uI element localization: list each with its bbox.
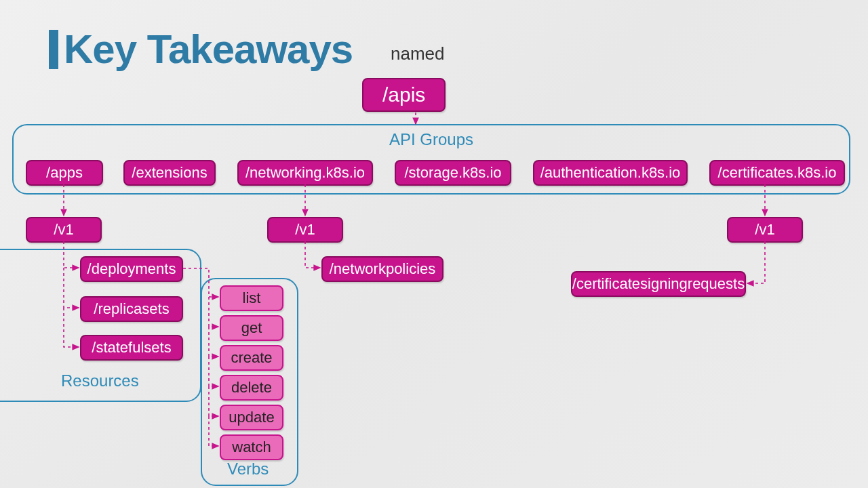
connector-lines [0, 0, 868, 488]
verb-get: get [220, 315, 283, 341]
resource-replicasets: /replicasets [80, 296, 183, 322]
group-networking: /networking.k8s.io [237, 160, 373, 186]
verb-update: update [220, 405, 283, 430]
group-apps: /apps [26, 160, 103, 186]
verb-delete: delete [220, 375, 283, 401]
verbs-label: Verbs [227, 460, 269, 479]
version-certificates: /v1 [727, 217, 803, 243]
group-storage: /storage.k8s.io [395, 160, 511, 186]
title-accent-bar [49, 30, 58, 69]
resources-label: Resources [61, 371, 139, 390]
group-extensions: /extensions [123, 160, 216, 186]
root-apis: /apis [362, 78, 446, 112]
resource-deployments: /deployments [80, 256, 183, 282]
resource-csr: /certificatesigningrequests [571, 271, 746, 297]
title-block: Key Takeaways [49, 26, 353, 73]
subtitle: named [391, 43, 445, 64]
group-certificates: /certificates.k8s.io [709, 160, 845, 186]
resource-statefulsets: /statefulsets [80, 335, 183, 361]
resource-networkpolicies: /networkpolicies [321, 256, 443, 282]
page-title: Key Takeaways [64, 26, 353, 73]
verb-list: list [220, 285, 283, 311]
version-networking: /v1 [267, 217, 343, 243]
group-authentication: /authentication.k8s.io [533, 160, 688, 186]
verb-watch: watch [220, 434, 283, 460]
verb-create: create [220, 345, 283, 371]
version-apps: /v1 [26, 217, 102, 243]
api-groups-label: API Groups [389, 130, 473, 149]
